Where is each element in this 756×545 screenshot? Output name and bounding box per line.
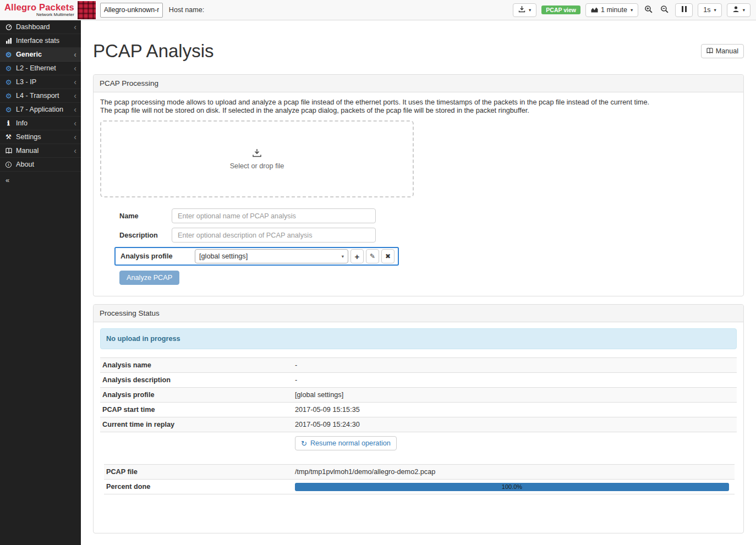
- download-icon: [518, 5, 525, 14]
- bar-chart-icon: [4, 37, 13, 44]
- row-label: PCAP start time: [100, 403, 292, 417]
- resume-row: ↻ Resume normal operation: [100, 432, 737, 455]
- analysis-profile-selected-value: [global settings]: [199, 252, 248, 260]
- pause-icon: [681, 6, 687, 14]
- chevron-left-icon: ‹: [74, 147, 76, 155]
- description-label: Description: [100, 232, 172, 239]
- times-icon: ✖: [385, 252, 391, 260]
- name-input[interactable]: [172, 208, 376, 223]
- row-value: -: [292, 358, 737, 372]
- sidebar-item-label: About: [16, 161, 34, 168]
- chevron-left-icon: ‹: [74, 23, 76, 31]
- row-value: 2017-05-09 15:15:35: [292, 403, 737, 417]
- sidebar-item-l4-transport[interactable]: ⚙ L4 - Transport ‹: [0, 89, 81, 103]
- pcap-file-table: PCAP file /tmp/tmp1pvlmoh1/demo/allegro-…: [104, 464, 735, 494]
- speedometer-icon: [4, 24, 13, 30]
- edit-profile-button[interactable]: ✎: [366, 249, 379, 263]
- sidebar-item-l3-ip[interactable]: ⚙ L3 - IP ‹: [0, 75, 81, 89]
- delete-profile-button[interactable]: ✖: [381, 249, 395, 263]
- caret-down-icon: ▾: [714, 7, 716, 13]
- pause-button[interactable]: [675, 3, 693, 17]
- plus-icon: +: [355, 252, 360, 261]
- manual-button[interactable]: Manual: [701, 44, 744, 58]
- file-dropzone[interactable]: Select or drop file: [100, 120, 414, 197]
- sidebar-item-l2-ethernet[interactable]: ⚙ L2 - Ethernet ‹: [0, 62, 81, 75]
- download-button[interactable]: ▾: [513, 3, 536, 17]
- resume-button-label: Resume normal operation: [310, 439, 391, 447]
- upload-status-alert: No upload in progress: [100, 328, 737, 349]
- zoom-out-button[interactable]: [659, 3, 670, 17]
- manual-button-label: Manual: [716, 47, 738, 55]
- brand-title: Allegro Packets: [4, 3, 74, 12]
- hostname-input[interactable]: [100, 3, 163, 18]
- row-label: Analysis name: [100, 358, 292, 372]
- resume-normal-operation-button[interactable]: ↻ Resume normal operation: [295, 436, 397, 450]
- user-icon: [732, 5, 739, 14]
- upload-icon: [252, 148, 262, 159]
- sidebar-item-label: L2 - Ethernet: [16, 64, 56, 72]
- brand[interactable]: Allegro Packets Network Multimeter: [4, 3, 74, 17]
- table-row: Current time in replay 2017-05-09 15:24:…: [100, 417, 737, 432]
- table-row: Analysis name -: [100, 357, 737, 372]
- sidebar-item-interface-stats[interactable]: Interface stats: [0, 34, 81, 48]
- chevron-down-icon: ▾: [342, 254, 344, 259]
- chevron-left-icon: ‹: [74, 92, 76, 100]
- chevron-left-icon: ‹: [74, 51, 76, 58]
- area-chart-icon: [591, 6, 598, 14]
- row-label: Analysis description: [100, 373, 292, 387]
- sidebar-item-label: Generic: [16, 51, 42, 58]
- brand-subtitle: Network Multimeter: [4, 12, 74, 17]
- pcap-processing-panel: PCAP Processing The pcap processing mode…: [93, 74, 744, 296]
- zoom-out-icon: [660, 5, 669, 15]
- sidebar-collapse-button[interactable]: «: [0, 172, 81, 189]
- sidebar: Dashboard ‹ Interface stats ⚙ Generic ‹ …: [0, 20, 81, 545]
- row-value: [global settings]: [292, 388, 737, 402]
- add-profile-button[interactable]: +: [350, 249, 364, 263]
- sidebar-item-label: Info: [16, 119, 28, 127]
- info-circle-icon: i: [4, 162, 13, 168]
- sidebar-item-manual[interactable]: Manual ‹: [0, 144, 81, 158]
- analyze-pcap-button[interactable]: Analyze PCAP: [119, 271, 179, 285]
- analysis-profile-select[interactable]: [global settings] ▾: [195, 249, 348, 263]
- user-menu-button[interactable]: ▾: [727, 3, 750, 17]
- gear-icon: ⚙: [4, 79, 13, 86]
- book-icon: [4, 147, 13, 154]
- caret-down-icon: ▾: [743, 7, 745, 13]
- zoom-in-button[interactable]: [643, 3, 654, 17]
- sidebar-item-label: Settings: [16, 133, 41, 141]
- pcap-view-badge[interactable]: PCAP view: [541, 5, 580, 14]
- row-value: /tmp/tmp1pvlmoh1/demo/allegro-demo2.pcap: [292, 465, 735, 479]
- zoom-in-icon: [644, 5, 653, 15]
- dropzone-label: Select or drop file: [230, 162, 284, 170]
- refresh-interval-label: 1s: [703, 6, 710, 14]
- interval-dropdown-button[interactable]: 1 minute ▾: [585, 3, 638, 17]
- description-input[interactable]: [172, 228, 376, 243]
- page-title: PCAP Analysis: [93, 41, 214, 61]
- sidebar-item-settings[interactable]: ⚒ Settings ‹: [0, 130, 81, 144]
- brand-logo-icon[interactable]: [78, 1, 96, 19]
- sidebar-item-dashboard[interactable]: Dashboard ‹: [0, 20, 81, 34]
- sidebar-item-label: L7 - Application: [16, 106, 63, 113]
- sidebar-item-generic[interactable]: ⚙ Generic ‹: [0, 48, 81, 62]
- caret-down-icon: ▾: [529, 7, 531, 13]
- processing-description-line1: The pcap processing mode allows to uploa…: [100, 98, 737, 107]
- refresh-icon: ↻: [301, 440, 307, 447]
- chevron-left-icon: ‹: [74, 64, 76, 72]
- name-label: Name: [100, 212, 172, 220]
- sidebar-item-label: Manual: [16, 147, 39, 155]
- processing-description-line2: The pcap file will not be stored on disk…: [100, 107, 737, 115]
- sidebar-item-label: L4 - Transport: [16, 92, 59, 100]
- status-table: Analysis name - Analysis description - A…: [100, 357, 737, 455]
- book-icon: [706, 47, 713, 56]
- caret-down-icon: ▾: [631, 7, 633, 13]
- sidebar-item-about[interactable]: i About: [0, 158, 81, 172]
- chevron-left-icon: ‹: [74, 106, 76, 113]
- row-label: Percent done: [104, 480, 292, 494]
- sidebar-item-l7-application[interactable]: ⚙ L7 - Application ‹: [0, 103, 81, 117]
- gear-icon: ⚙: [4, 51, 13, 58]
- sidebar-item-info[interactable]: ℹ Info ‹: [0, 117, 81, 130]
- pencil-icon: ✎: [370, 252, 375, 260]
- refresh-interval-button[interactable]: 1s ▾: [698, 3, 721, 17]
- progress-cell: 100.0%: [292, 480, 735, 494]
- info-icon: ℹ: [4, 119, 13, 127]
